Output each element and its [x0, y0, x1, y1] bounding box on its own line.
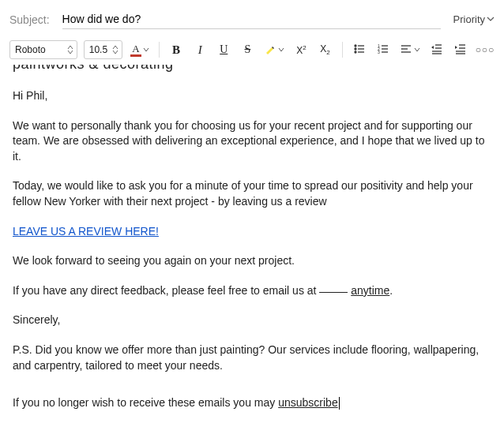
align-icon: [400, 43, 412, 58]
chevron-down-icon: [143, 47, 149, 53]
subject-row: Subject: Priority: [0, 0, 504, 36]
chevron-down-icon: [278, 47, 284, 53]
body-unsubscribe-line: If you no longer wish to receive these e…: [13, 395, 491, 411]
highlight-icon: [264, 43, 276, 56]
align-button[interactable]: [398, 40, 422, 59]
chevron-down-icon: [414, 47, 420, 53]
divider: [342, 42, 343, 58]
body-paragraph: Today, we would like to ask you for a mi…: [13, 178, 491, 209]
review-link[interactable]: LEAVE US A REVIEW HERE!: [13, 225, 159, 238]
stepper-icon: [112, 45, 118, 54]
indent-button[interactable]: [452, 40, 469, 59]
underline-button[interactable]: U: [215, 40, 232, 59]
font-family-value: Roboto: [15, 44, 62, 55]
body-ps: P.S. Did you know we offer more than jus…: [13, 343, 491, 373]
subscript-icon: X2: [320, 43, 329, 56]
chevron-down-icon: [487, 13, 495, 25]
svg-point-2: [355, 48, 356, 50]
blank-placeholder: [319, 292, 348, 293]
formatting-toolbar: Roboto 10.5 A B I U S: [0, 36, 504, 65]
font-size-select[interactable]: 10.5: [84, 40, 122, 59]
priority-dropdown[interactable]: Priority: [453, 13, 495, 25]
body-greeting: Hi Phil,: [13, 88, 491, 104]
superscript-button[interactable]: X2: [292, 40, 310, 59]
underline-icon: U: [220, 43, 228, 56]
subject-input[interactable]: [62, 9, 441, 29]
outdent-icon: [431, 43, 443, 58]
partial-top-line: paintworks & decorating: [13, 65, 491, 74]
body-signoff: Sincerely,: [13, 313, 491, 328]
italic-icon: I: [198, 43, 202, 57]
strikethrough-button[interactable]: S: [239, 40, 256, 59]
bold-button[interactable]: B: [167, 40, 185, 59]
indent-icon: [454, 43, 467, 58]
svg-text:3: 3: [378, 50, 380, 54]
email-body-editor[interactable]: paintworks & decorating Hi Phil, We want…: [0, 65, 504, 423]
numbered-list-icon: 1 2 3: [377, 43, 389, 58]
strikethrough-icon: S: [244, 43, 250, 56]
font-family-select[interactable]: Roboto: [9, 40, 77, 59]
text-color-button[interactable]: A: [129, 40, 151, 59]
body-paragraph: We look forward to seeing you again on y…: [13, 253, 491, 269]
anytime-link[interactable]: anytime: [351, 284, 389, 297]
text-cursor: [339, 397, 340, 410]
subscript-button[interactable]: X2: [317, 40, 334, 59]
subject-label: Subject:: [9, 13, 50, 26]
text-color-icon: A: [130, 43, 141, 57]
divider: [159, 42, 160, 58]
more-button[interactable]: ○○○: [476, 40, 495, 59]
numbered-list-button[interactable]: 1 2 3: [374, 40, 392, 59]
svg-point-0: [355, 45, 356, 47]
priority-label: Priority: [453, 13, 485, 25]
body-paragraph: If you have any direct feedback, please …: [13, 283, 491, 299]
unsubscribe-link[interactable]: unsubscribe: [278, 396, 338, 409]
body-paragraph: We want to personally thank you for choo…: [13, 118, 491, 165]
more-icon: ○○○: [476, 44, 495, 55]
italic-button[interactable]: I: [191, 40, 209, 59]
highlight-button[interactable]: [262, 40, 286, 59]
outdent-button[interactable]: [428, 40, 446, 59]
bullet-list-icon: [353, 43, 366, 58]
bullet-list-button[interactable]: [351, 40, 368, 59]
stepper-icon: [67, 45, 73, 54]
svg-point-4: [355, 51, 356, 53]
bold-icon: B: [172, 43, 180, 57]
font-size-value: 10.5: [89, 44, 107, 55]
superscript-icon: X2: [296, 44, 306, 56]
